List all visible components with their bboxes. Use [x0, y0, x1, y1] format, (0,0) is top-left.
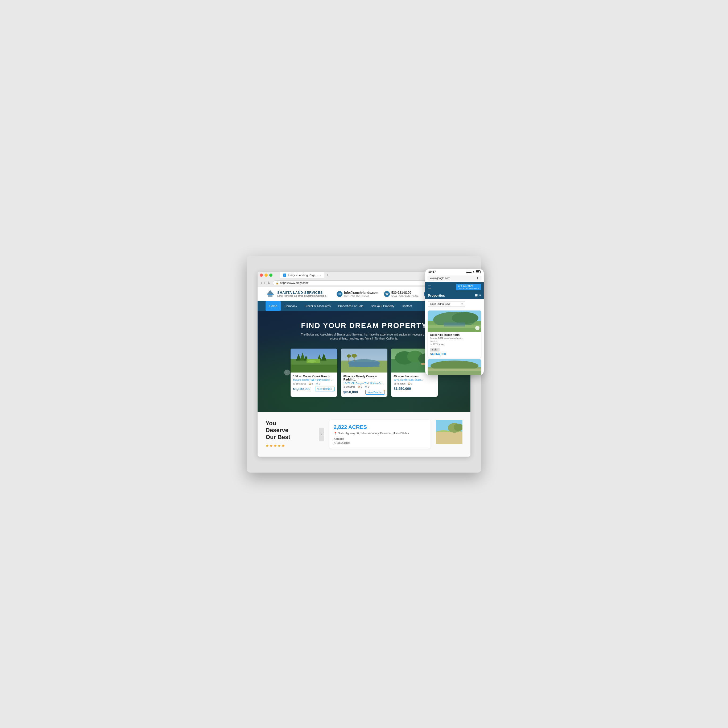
screenshot-wrapper: F Finity - Landing Page... × + ‹ › ↻ 🔒 h…	[247, 256, 481, 473]
mobile-phone-tag: 530-221-8100 CALL FOR ASSISTANCE	[456, 284, 481, 290]
url-text: https://www.finity.com	[280, 281, 308, 284]
card-acres-1: ⊞ 186 acres	[293, 382, 306, 385]
view-details-btn-2[interactable]: View Details ›	[366, 390, 385, 395]
card-baths-2: 🚿 2	[364, 385, 369, 388]
nav-broker[interactable]: Broker & Associates	[301, 301, 334, 311]
svg-rect-17	[349, 362, 379, 367]
card-meta-1: ⊞ 186 acres 🏠 3 🚿 2	[293, 382, 335, 385]
card-beds-1: 🏠 3	[308, 382, 313, 385]
mobile-landscape-1	[428, 310, 481, 332]
mobile-overlay: 10:17 ▄▄▄ ▲ www.google.com ⬆ ☰ 530-221-8…	[425, 269, 484, 375]
tab-close-btn[interactable]: ×	[320, 274, 321, 277]
view-details-btn-1[interactable]: View Details ›	[315, 387, 335, 392]
card-address-2: 12477, Old Oregon Trail, Shasta County, …	[344, 382, 385, 384]
mobile-card-img-2	[428, 359, 481, 375]
property-card-2: 60 acres Moody Creek – Reddin... 12477, …	[341, 349, 387, 397]
battery-icon	[476, 270, 480, 273]
sort-label: Date Old to New	[430, 303, 450, 306]
hero-subtitle: The Broker and Associates of Shasta Land…	[300, 333, 428, 341]
nav-contact[interactable]: Contact	[398, 301, 416, 311]
mobile-share-icon[interactable]: ⬆	[476, 277, 479, 280]
card-price-2: $850,000	[344, 390, 358, 394]
maximize-dot[interactable]	[269, 274, 272, 277]
landscape-svg-2	[341, 349, 387, 373]
svg-rect-3	[268, 294, 273, 295]
card-beds-3: 🏠 3	[408, 382, 413, 385]
bottom-section: You Deserve Our Best ★ ★ ★ ★ ★ ‹ 2,822 A…	[258, 412, 470, 457]
new-tab-btn[interactable]: +	[326, 273, 330, 278]
sort-bar: Date Old to New ▾	[425, 299, 484, 309]
card-acres-3: ⊞ 45 acres	[394, 382, 406, 385]
mobile-status-bar: 10:17 ▄▄▄ ▲	[425, 269, 484, 274]
brand-name: SHASTA LAND SERVICES	[277, 291, 326, 295]
property-cards-row: ‹	[283, 349, 446, 397]
grid-view-icon[interactable]: ⊞	[475, 294, 478, 297]
brand-tagline: Land, Ranches & Farms in Northern Califo…	[277, 295, 326, 297]
mobile-section-header: Properties ⊞ ≡	[425, 292, 484, 299]
star-3: ★	[274, 444, 277, 448]
phone-icon: ☎	[384, 291, 390, 297]
card-beds-2: 🏠 3	[357, 385, 362, 388]
nav-properties[interactable]: Properties For Sale	[335, 301, 367, 311]
contact-email: ✉ info@ranch-lands.com CONTACT OUR TEAM	[336, 291, 379, 297]
sort-dropdown[interactable]: Date Old to New ▾	[428, 301, 465, 307]
nav-home[interactable]: Home	[266, 301, 281, 311]
email-sub: CONTACT OUR TEAM	[344, 295, 379, 297]
star-4: ★	[278, 444, 281, 448]
detail-property-image	[436, 420, 462, 444]
mobile-card-content-1: Quiet Hills Ranch north Approx. 3,871 ac…	[428, 332, 481, 358]
phone-main: 530-221-8100	[392, 291, 419, 295]
card-title-2: 60 acres Moody Creek – Reddin...	[344, 375, 385, 381]
active-tab[interactable]: F Finity - Landing Page... ×	[280, 272, 324, 278]
hamburger-icon[interactable]: ☰	[428, 285, 431, 289]
card-content-3: 45 acre Sacramen 3778, Gover Road, Shast…	[391, 373, 438, 393]
diamond-icon-mobile: ◇	[430, 343, 432, 346]
mobile-card-lot-1: Lot Size	[430, 340, 479, 343]
reload-btn[interactable]: ↻	[268, 281, 271, 285]
location-text: 📍 State Highway 36, Tehama County, Calif…	[334, 432, 426, 435]
card-baths-1: 🚿 2	[315, 382, 320, 385]
wifi-icon: ▲	[472, 270, 475, 273]
nav-sell[interactable]: Sell Your Property	[367, 301, 398, 311]
star-5: ★	[281, 444, 285, 448]
brand-text: SHASTA LAND SERVICES Land, Ranches & Far…	[277, 291, 326, 297]
svg-rect-41	[428, 369, 481, 371]
view-toggle-icons: ⊞ ≡	[475, 294, 481, 297]
sort-chevron-icon: ▾	[461, 303, 463, 306]
hero-title: FIND YOUR DREAM PROPERTY	[301, 321, 427, 330]
card-address-1: Muliane Corral Trail, Trinity County, Ca…	[293, 379, 335, 381]
svg-rect-29	[436, 432, 462, 444]
card-acres-2: ⊞ 60 acres	[344, 385, 355, 388]
card-title-1: 186 ac Corral Creek Ranch	[293, 375, 335, 378]
mobile-address-bar[interactable]: www.google.com ⬆	[427, 275, 482, 281]
property-card-1: 186 ac Corral Creek Ranch Muliane Corral…	[291, 349, 337, 397]
svg-rect-2	[268, 295, 272, 297]
star-rating: ★ ★ ★ ★ ★	[266, 444, 314, 448]
mobile-properties-title: Properties	[428, 294, 445, 297]
prev-arrow[interactable]: ‹	[284, 370, 290, 375]
forward-btn[interactable]: ›	[264, 281, 266, 285]
pin-icon: 📍	[334, 432, 337, 435]
signal-icon: ▄▄▄	[466, 270, 471, 273]
detail-landscape-svg	[436, 420, 462, 444]
nav-items: Home Company Broker & Associates Propert…	[266, 301, 416, 311]
minimize-dot[interactable]	[265, 274, 268, 277]
tab-title: Finity - Landing Page...	[288, 274, 318, 277]
list-view-icon[interactable]: ≡	[479, 294, 481, 297]
phone-sub: CALL FOR ASSISTANCE	[392, 295, 419, 297]
acreage-label: Acreage	[334, 437, 426, 440]
svg-point-13	[308, 360, 316, 362]
mobile-card-arrow[interactable]: →	[475, 326, 479, 330]
mobile-property-card-1: → Quiet Hills Ranch north Approx. 3,871 …	[428, 310, 481, 358]
collapse-btn[interactable]: ‹	[319, 428, 324, 441]
card-address-3: 3778, Gover Road, Shast...	[394, 379, 435, 381]
card-price-3: $1,250,000	[394, 387, 411, 391]
back-btn[interactable]: ‹	[261, 281, 262, 285]
mobile-time: 10:17	[428, 270, 436, 273]
close-dot[interactable]	[260, 274, 263, 277]
contact-phone: ☎ 530-221-8100 CALL FOR ASSISTANCE	[384, 291, 419, 297]
nav-company[interactable]: Company	[281, 301, 301, 311]
card-footer-1: $1,199,000 View Details ›	[293, 387, 335, 392]
card-meta-3: ⊞ 45 acres 🏠 3	[394, 382, 435, 385]
star-1: ★	[266, 444, 269, 448]
